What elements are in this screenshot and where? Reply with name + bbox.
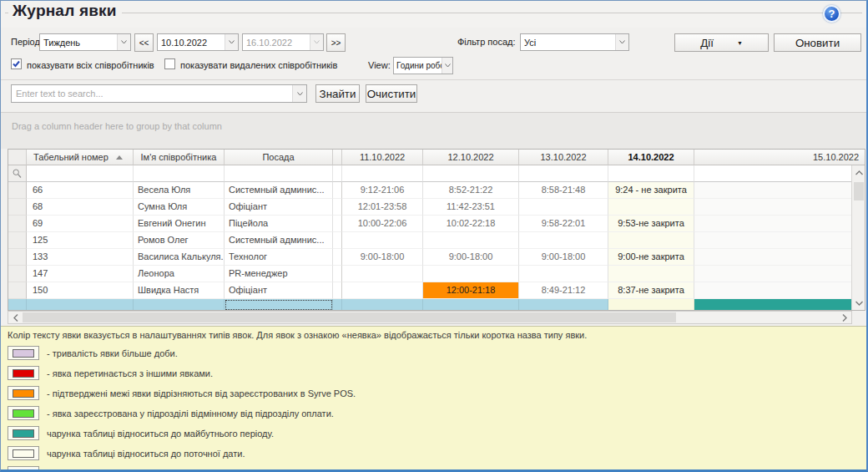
table-row[interactable]: 125Ромов ОлегСистемный админис... [8, 232, 865, 249]
table-row[interactable]: 69Евгений ОнегинПіцейола10:00-22:0610:02… [8, 216, 865, 232]
table-row[interactable]: 133Василиса Калькуля...Технолог9:00-18:0… [8, 249, 865, 266]
cell-id[interactable]: 150 [27, 282, 134, 299]
cell-day[interactable] [694, 216, 865, 232]
partial-cell[interactable] [8, 299, 27, 311]
table-row[interactable]: 150Швидка НастяОфіціант12:00-21:188:49-2… [8, 282, 865, 299]
table-row[interactable]: 66Весела ЮляСистемный админис...9:12-21:… [8, 182, 865, 199]
column-header-2[interactable]: Ім'я співробітника [134, 150, 225, 165]
scroll-up-icon[interactable] [853, 166, 865, 179]
view-select[interactable]: Години роботи [393, 57, 453, 74]
show-all-label[interactable]: показувати всіх співробітників [27, 60, 154, 70]
scroll-left-icon[interactable] [9, 312, 22, 323]
scroll-right-icon[interactable] [838, 312, 850, 323]
table-row[interactable]: 68Сумна ЮляОфіціант12:01-23:5811:42-23:5… [8, 199, 865, 216]
cell-name[interactable]: Сумна Юля [134, 199, 225, 216]
partial-cell[interactable] [27, 299, 134, 311]
chevron-down-icon[interactable] [292, 85, 306, 102]
cell-name[interactable]: Леонора [134, 266, 225, 282]
refresh-button[interactable]: Оновити [774, 33, 861, 52]
filter-cell[interactable] [225, 165, 333, 182]
partial-cell[interactable] [225, 299, 333, 311]
help-icon[interactable]: ? [823, 5, 840, 23]
partial-cell[interactable] [333, 299, 342, 311]
partial-cell[interactable] [694, 299, 865, 311]
cell-name[interactable]: Ромов Олег [134, 232, 225, 249]
filter-cell[interactable] [342, 165, 423, 182]
cell-day[interactable] [608, 232, 694, 249]
cell-position[interactable]: Офіціант [225, 199, 333, 216]
cell-name[interactable]: Евгений Онегин [134, 216, 225, 232]
cell-day[interactable]: 8:52-21:22 [423, 182, 519, 199]
cell-day[interactable] [694, 232, 865, 249]
cell-day[interactable] [342, 266, 423, 282]
cell-day[interactable]: 12:01-23:58 [342, 199, 423, 216]
cell-day[interactable] [519, 232, 608, 249]
partial-cell[interactable] [608, 299, 694, 311]
row-indicator[interactable] [8, 249, 27, 266]
cell-id[interactable]: 125 [27, 232, 134, 249]
cell-id[interactable]: 68 [27, 199, 134, 216]
show-deleted-checkbox[interactable] [164, 58, 175, 69]
cell-position[interactable]: Піцейола [225, 216, 333, 232]
partial-selected-row[interactable] [8, 299, 865, 311]
column-header-4[interactable]: 11.10.2022 [342, 150, 423, 165]
actions-button[interactable]: Дії ▼ [674, 33, 769, 52]
row-indicator[interactable] [8, 232, 27, 249]
row-indicator[interactable] [8, 266, 27, 282]
clear-button[interactable]: Очистити [366, 84, 417, 103]
cell-position[interactable]: Офіціант [225, 282, 333, 299]
column-header-8[interactable]: 15.10.2022 [694, 150, 865, 165]
cell-day[interactable]: 10:00-22:06 [342, 216, 423, 232]
filter-cell[interactable] [519, 165, 608, 182]
cell-day[interactable] [342, 232, 423, 249]
filter-cell[interactable] [27, 165, 134, 182]
cell-day[interactable]: 9:00-18:00 [519, 249, 608, 266]
row-indicator[interactable] [8, 216, 27, 232]
partial-cell[interactable] [134, 299, 225, 311]
find-button[interactable]: Знайти [315, 84, 360, 103]
partial-cell[interactable] [519, 299, 608, 311]
filter-cell[interactable] [608, 165, 694, 182]
filter-cell[interactable] [694, 165, 865, 182]
cell-position[interactable]: Системный админис... [225, 182, 333, 199]
cell-name[interactable]: Василиса Калькуля... [134, 249, 225, 266]
chevron-down-icon[interactable] [225, 34, 238, 50]
partial-cell[interactable] [342, 299, 423, 311]
cell-position[interactable]: Системный админис... [225, 232, 333, 249]
table-row[interactable]: 147ЛеонораPR-менеджер [8, 266, 865, 282]
partial-cell[interactable] [423, 299, 519, 311]
h-scroll-thumb[interactable] [23, 312, 676, 322]
column-header-3[interactable]: Посада [225, 150, 333, 165]
cell-day[interactable] [608, 199, 694, 216]
cell-day[interactable]: 12:00-21:18 [423, 282, 519, 299]
cell-day[interactable]: 9:00-18:00 [423, 249, 519, 266]
period-select[interactable]: Тиждень [39, 33, 131, 51]
cell-day[interactable] [694, 249, 865, 266]
cell-day[interactable] [423, 266, 519, 282]
cell-day[interactable] [694, 182, 865, 199]
column-header-5[interactable]: 12.10.2022 [423, 150, 519, 165]
column-header-7[interactable]: 14.10.2022 [608, 150, 694, 165]
filter-cell[interactable] [333, 165, 342, 182]
show-all-checkbox[interactable] [11, 58, 22, 69]
chevron-down-icon[interactable] [615, 34, 628, 50]
cell-position[interactable]: PR-менеджер [225, 266, 333, 282]
cell-day[interactable] [694, 199, 865, 216]
cell-day[interactable] [519, 266, 608, 282]
filter-cell[interactable] [423, 165, 519, 182]
cell-day[interactable]: 9:00-не закрита [608, 249, 694, 266]
cell-day[interactable]: 9:24 - не закрита [608, 182, 694, 199]
cell-day[interactable] [694, 282, 865, 299]
horizontal-scrollbar[interactable] [8, 311, 852, 324]
cell-day[interactable] [519, 199, 608, 216]
cell-day[interactable]: 9:58-22:01 [519, 216, 608, 232]
column-header-1[interactable]: Табельний номер [27, 150, 134, 165]
cell-id[interactable]: 147 [27, 266, 134, 282]
filter-cell[interactable] [134, 165, 225, 182]
cell-day[interactable]: 10:02-22:18 [423, 216, 519, 232]
cell-position[interactable]: Технолог [225, 249, 333, 266]
cell-day[interactable] [608, 266, 694, 282]
cell-day[interactable]: 9:12-21:06 [342, 182, 423, 199]
scroll-down-icon[interactable] [853, 297, 865, 309]
cell-day[interactable]: 8:58-21:48 [519, 182, 608, 199]
